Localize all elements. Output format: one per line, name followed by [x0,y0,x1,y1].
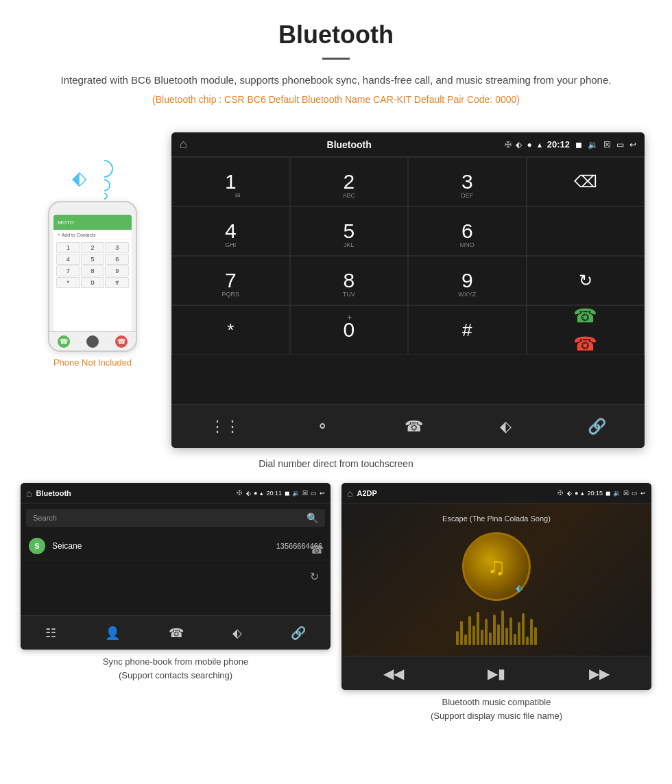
dial-cell-call-end[interactable]: ☎ ☎ [527,305,645,355]
music-note-icon: ♫ [488,552,506,581]
pb-link-icon[interactable]: 🔗 [291,626,306,641]
music-block: ⌂ A2DP ✠ ⬖ ● ▴ 20:15 ◼ 🔉 ☒ ▭ ↩ Escape (T… [341,483,651,722]
phone-mock: MOTO + Add to Contacts 1 2 3 4 5 6 7 8 9… [48,201,137,352]
music-content: Escape (The Pina Colada Song) ♫ ⬖ [341,503,651,656]
page-title: Bluetooth [41,21,631,49]
mu-loc-icon: ● [575,490,578,497]
pb-usb-icon: ✠ [237,489,242,497]
grid-icon[interactable]: ⋮⋮ [210,418,240,436]
contact-avatar: S [29,538,45,554]
pb-phone-icon[interactable]: ☎ [169,626,184,641]
mu-cam-icon: ◼ [605,490,610,497]
mu-home-icon[interactable]: ⌂ [347,488,352,499]
mu-x-icon: ☒ [623,490,629,497]
next-icon[interactable]: ▶▶ [589,665,610,682]
vis-bar [493,615,496,645]
phone-key-0: 0 [81,277,105,288]
end-call-icon: ☎ [573,333,597,355]
phone-key-3: 3 [105,242,129,253]
vis-bar [514,634,516,645]
pb-bt-icon: ⬖ [246,490,251,497]
pb-loc-icon: ● [254,490,257,497]
bt-signal-graphic: ⬖ [72,160,113,194]
dial-key-star[interactable]: * [171,305,290,355]
mu-status-title: A2DP [357,489,553,497]
pb-grid-icon[interactable]: ☷ [45,626,56,641]
phone-key-1: 1 [56,242,80,253]
dial-key-0[interactable]: 0 + [290,305,409,355]
status-icons-right: ⬖ ● ▴ 20:12 ◼ 🔉 ☒ ▭ ↩ [516,139,637,150]
vis-bar [456,631,459,645]
prev-icon[interactable]: ◀◀ [383,665,404,682]
signal-arc-small [99,191,109,201]
play-pause-icon[interactable]: ▶▮ [488,665,505,682]
vis-bar [518,622,520,645]
back-icon[interactable]: ↩ [629,140,636,150]
vis-bar [481,630,483,645]
music-status-bar: ⌂ A2DP ✠ ⬖ ● ▴ 20:15 ◼ 🔉 ☒ ▭ ↩ [341,483,651,503]
bluetooth-status-icon: ⬖ [516,140,522,150]
dial-cell-refresh[interactable]: ↻ [527,256,645,305]
pb-time: 20:11 [266,490,282,497]
page-header: Bluetooth Integrated with BC6 Bluetooth … [0,0,672,126]
vis-bar [530,619,533,645]
bluetooth-specs: (Bluetooth chip : CSR BC6 Default Blueto… [41,94,631,105]
dial-cell-delete[interactable]: ⌫ [527,157,645,206]
vis-bar [526,637,529,645]
location-icon: ● [527,140,532,150]
vis-bar [505,628,508,645]
pb-person-icon[interactable]: 👤 [105,626,120,641]
bottom-screenshots: ⌂ Bluetooth ✠ ⬖ ● ▴ 20:11 ◼ 🔉 ☒ ▭ ↩ [0,483,672,722]
pb-home-icon[interactable]: ⌂ [26,488,32,499]
dial-key-9[interactable]: 9 WXYZ [408,256,527,305]
music-screen: ⌂ A2DP ✠ ⬖ ● ▴ 20:15 ◼ 🔉 ☒ ▭ ↩ Escape (T… [341,483,651,690]
vis-bar [464,634,467,645]
pb-call-icon[interactable]: ☎ [310,543,324,556]
signal-arc-large [92,156,117,182]
pb-refresh-icon[interactable]: ↻ [310,570,324,583]
dial-key-hash[interactable]: # [408,305,527,355]
dial-key-4[interactable]: 4 GHI [171,206,290,256]
call-icon: ☎ [573,305,597,327]
dial-key-8[interactable]: 8 TUV [290,256,409,305]
dial-key-3[interactable]: 3 DEF [408,157,527,206]
song-name: Escape (The Pina Colada Song) [442,514,551,523]
bluetooth-icon: ⬖ [72,167,87,189]
music-controls: ◀◀ ▶▮ ▶▶ [341,656,651,690]
dial-key-7[interactable]: 7 PQRS [171,256,290,305]
phone-key-star: * [56,277,80,288]
dial-key-1[interactable]: 1 ✉ [171,157,290,206]
vis-bar [468,616,471,645]
mu-usb-icon: ✠ [557,489,563,497]
contact-name: Seicane [52,541,276,551]
home-icon[interactable]: ⌂ [180,137,187,152]
search-icon: 🔍 [307,512,318,523]
car-bottom-bar: ⋮⋮ ⚬ ☎ ⬖ 🔗 [171,404,645,448]
phone-container: ⬖ MOTO + Add to Contacts 1 2 3 4 5 6 [27,132,158,368]
vis-bar [501,610,504,645]
contacts-icon[interactable]: ⚬ [316,418,328,436]
pb-back-icon[interactable]: ↩ [320,490,325,497]
vis-bar [477,612,479,645]
phone-icon[interactable]: ☎ [405,418,423,436]
dial-key-5[interactable]: 5 JKL [290,206,409,256]
dial-key-2[interactable]: 2 ABC [290,157,409,206]
phonebook-search-bar[interactable]: Search 🔍 [26,509,325,527]
vis-bar [485,619,488,645]
x-icon: ☒ [603,140,611,150]
link-icon[interactable]: 🔗 [588,418,606,436]
bluetooth-bottom-icon[interactable]: ⬖ [500,418,512,436]
phone-not-included-label: Phone Not Included [53,357,132,368]
contact-entry: S Seicane 13566664466 [21,532,331,560]
phone-key-9: 9 [105,265,129,276]
pb-bt-bottom-icon[interactable]: ⬖ [232,626,242,641]
mu-back-icon[interactable]: ↩ [640,490,646,497]
mu-status-icons: ⬖ ● ▴ 20:15 ◼ 🔉 ☒ ▭ ↩ [567,490,646,497]
dial-key-6[interactable]: 6 MNO [408,206,527,256]
refresh-icon: ↻ [579,271,592,290]
phone-bottom-bar: ☎ ☎ [49,331,136,351]
phonebook-status-bar: ⌂ Bluetooth ✠ ⬖ ● ▴ 20:11 ◼ 🔉 ☒ ▭ ↩ [21,483,331,503]
dial-caption: Dial number direct from touchscreen [0,458,672,469]
car-status-bar: ⌂ Bluetooth ✠ ⬖ ● ▴ 20:12 ◼ 🔉 ☒ ▭ ↩ [171,132,645,157]
pb-vol-icon: 🔉 [292,490,300,497]
